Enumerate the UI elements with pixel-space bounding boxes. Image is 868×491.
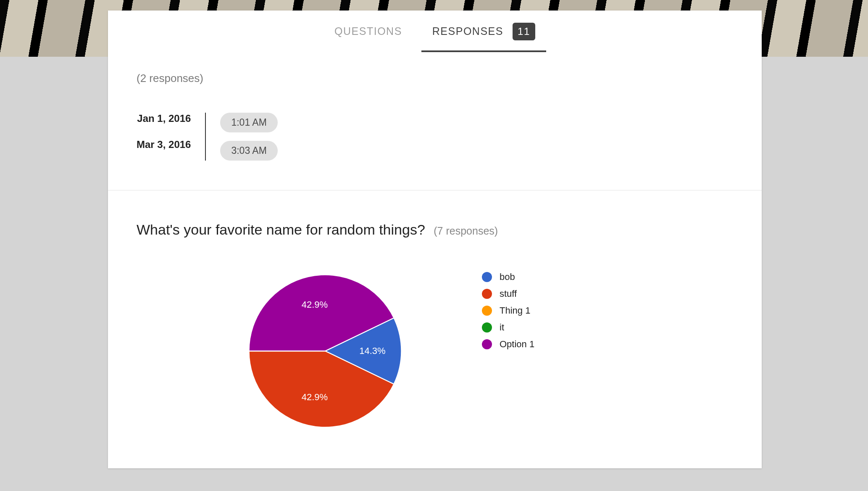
tab-responses[interactable]: RESPONSES 11 [432,11,535,52]
time-column: 1:01 AM 3:03 AM [206,113,277,161]
datetime-response-list: Jan 1, 2016 Mar 3, 2016 1:01 AM 3:03 AM [137,113,733,161]
legend-label: Option 1 [500,339,534,350]
datetime-responses-section: (2 responses) Jan 1, 2016 Mar 3, 2016 1:… [108,53,762,190]
pie-legend: bobstuffThing 1itOption 1 [482,272,534,350]
response-date: Mar 3, 2016 [137,139,191,150]
tab-questions[interactable]: QUESTIONS [334,11,402,52]
pie-slice-label: 42.9% [302,392,328,403]
legend-label: it [500,322,504,333]
legend-swatch [482,289,492,299]
legend-swatch [482,322,492,333]
tab-bar: QUESTIONS RESPONSES 11 [108,11,762,53]
pie-slice-label: 14.3% [359,346,385,356]
pie-slice-label: 42.9% [302,299,328,310]
response-time-chip: 3:03 AM [220,141,277,161]
response-date: Jan 1, 2016 [137,113,191,124]
tab-responses-label: RESPONSES [432,25,503,37]
pie-chart-area: 14.3%42.9%42.9% bobstuffThing 1itOption … [246,272,733,430]
responses-count-badge: 11 [513,23,535,40]
question-title: What's your favorite name for random thi… [137,222,425,238]
legend-label: bob [500,272,515,282]
legend-swatch [482,306,492,316]
legend-item[interactable]: bob [482,272,534,282]
legend-item[interactable]: it [482,322,534,333]
legend-label: Thing 1 [500,305,530,316]
datetime-response-count: (2 responses) [137,72,733,85]
response-time-chip: 1:01 AM [220,113,277,132]
legend-swatch [482,339,492,349]
pie-chart[interactable]: 14.3%42.9%42.9% [246,272,405,430]
question-response-count: (7 responses) [434,225,498,237]
legend-label: stuff [500,288,517,299]
date-column: Jan 1, 2016 Mar 3, 2016 [137,113,206,161]
pie-question-section: What's your favorite name for random thi… [108,190,762,468]
legend-item[interactable]: Option 1 [482,339,534,350]
form-card: QUESTIONS RESPONSES 11 (2 responses) Jan… [108,11,762,468]
legend-item[interactable]: Thing 1 [482,305,534,316]
legend-item[interactable]: stuff [482,288,534,299]
legend-swatch [482,272,492,282]
tab-questions-label: QUESTIONS [334,25,402,37]
